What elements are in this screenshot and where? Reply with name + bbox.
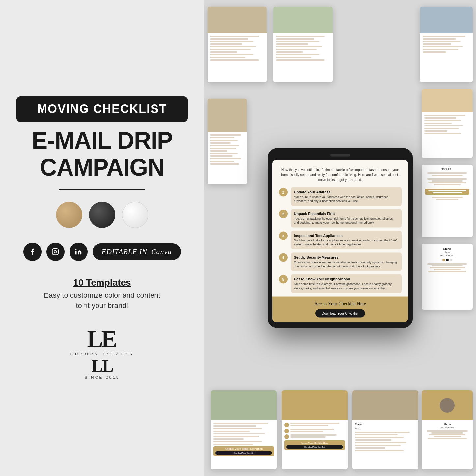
template-card-right-middle bbox=[422, 89, 473, 158]
campaign-title: CAMPAIGN bbox=[40, 155, 165, 179]
color-swatch-black bbox=[89, 202, 115, 228]
item-title-4: Set Up Security Measures bbox=[294, 255, 398, 259]
ipad-mockup: Now that you've settled in, it's time to… bbox=[268, 148, 413, 328]
item-number-1: 1 bbox=[279, 188, 288, 196]
item-title-3: Inspect and Test Appliances bbox=[294, 233, 398, 237]
template-card-bottom-right: Maria Paez bbox=[352, 390, 418, 469]
svg-rect-0 bbox=[52, 249, 58, 255]
main-container: MOVING CHECKLIST E-MAIL DRIP CAMPAIGN bbox=[0, 0, 476, 476]
template-card-bottom-far-right: Maria Real Estate Inc. bbox=[422, 390, 473, 469]
logo-le: L E bbox=[70, 327, 134, 351]
item-number-4: 4 bbox=[279, 253, 288, 262]
item-box-4: Set Up Security Measures Ensure your hom… bbox=[291, 253, 402, 271]
item-number-2: 2 bbox=[279, 210, 288, 218]
item-box-5: Get to Know Your Neighborhood Take some … bbox=[291, 274, 402, 293]
facebook-icon[interactable] bbox=[23, 243, 42, 261]
template-card-bottom-middle: Access Your Checklist Here Download Your… bbox=[282, 390, 348, 469]
ipad-screen: Now that you've settled in, it's time to… bbox=[272, 160, 408, 322]
template-card-top-middle bbox=[273, 7, 333, 82]
template-card-left-middle bbox=[208, 99, 247, 184]
color-swatch-white bbox=[122, 202, 148, 228]
instagram-icon[interactable] bbox=[46, 243, 65, 261]
color-swatch-gold bbox=[56, 202, 82, 228]
cta-download-button[interactable]: Download Your Checklist bbox=[315, 309, 365, 318]
left-panel: MOVING CHECKLIST E-MAIL DRIP CAMPAIGN bbox=[0, 0, 204, 476]
ipad-camera bbox=[330, 154, 350, 156]
logo-letter-e: E bbox=[101, 327, 117, 351]
editable-label: EDITABLE IN bbox=[102, 247, 147, 256]
linkedin-icon[interactable] bbox=[70, 243, 88, 261]
ipad-frame: Now that you've settled in, it's time to… bbox=[268, 148, 413, 328]
item-title-2: Unpack Essentials First bbox=[294, 211, 398, 215]
svg-point-2 bbox=[57, 250, 57, 250]
item-box-2: Unpack Essentials First Focus on unpacki… bbox=[291, 209, 402, 227]
item-number-3: 3 bbox=[279, 231, 288, 240]
item-desc-1: Make sure to update your address with th… bbox=[294, 195, 398, 203]
item-title-5: Get to Know Your Neighborhood bbox=[294, 277, 398, 281]
svg-point-1 bbox=[54, 251, 56, 253]
cta-title: Access Your Checklist Here bbox=[279, 301, 402, 307]
template-card-right-profile: THE RI... bbox=[422, 165, 473, 237]
logo-ll: LL bbox=[70, 357, 134, 375]
color-circles bbox=[56, 202, 148, 228]
template-card-top-right bbox=[420, 7, 473, 82]
checklist-item-2: 2 Unpack Essentials First Focus on unpac… bbox=[279, 209, 402, 227]
logo-since: SINCE 2019 bbox=[70, 375, 134, 380]
checklist-item-1: 1 Update Your Address Make sure to updat… bbox=[279, 187, 402, 206]
right-panel: THE RI... Maria Paez Real Estate I bbox=[204, 0, 476, 476]
template-card-bottom-left: ACCESS YOUR CHECKLIST HERE Download Your… bbox=[211, 390, 277, 469]
logo-name: LUXURY ESTATES bbox=[70, 351, 134, 357]
moving-checklist-badge: MOVING CHECKLIST bbox=[16, 96, 188, 122]
template-card-top-left bbox=[208, 7, 267, 82]
item-number-5: 5 bbox=[279, 275, 288, 284]
email-drip-title: E-MAIL DRIP bbox=[32, 128, 173, 152]
logo-section: L E LUXURY ESTATES LL SINCE 2019 bbox=[70, 327, 134, 380]
ipad-intro-text: Now that you've settled in, it's time to… bbox=[279, 167, 402, 182]
item-desc-3: Double-check that all your appliances ar… bbox=[294, 238, 398, 246]
templates-count: 10 Templates bbox=[44, 277, 160, 288]
social-row: EDITABLE IN Canva bbox=[23, 243, 181, 261]
item-box-1: Update Your Address Make sure to update … bbox=[291, 187, 402, 206]
item-desc-2: Focus on unpacking the essential items f… bbox=[294, 216, 398, 225]
item-box-3: Inspect and Test Appliances Double-check… bbox=[291, 231, 402, 249]
item-title-1: Update Your Address bbox=[294, 190, 398, 194]
templates-section: 10 Templates Easy to customize color and… bbox=[44, 277, 160, 311]
canva-badge: EDITABLE IN Canva bbox=[93, 243, 181, 260]
item-desc-4: Ensure your home is secure by installing… bbox=[294, 260, 398, 268]
template-card-right-name: Maria Paez Real Estate Inc. bbox=[422, 244, 473, 310]
checklist-item-4: 4 Set Up Security Measures Ensure your h… bbox=[279, 253, 402, 271]
templates-desc: Easy to customize color and content to f… bbox=[44, 291, 160, 311]
svg-rect-3 bbox=[75, 251, 77, 254]
logo-letter-l: L bbox=[87, 327, 103, 351]
cta-section: Access Your Checklist Here Download Your… bbox=[272, 297, 408, 322]
canva-label: Canva bbox=[151, 247, 172, 256]
svg-point-4 bbox=[75, 249, 77, 250]
item-desc-5: Take some time to explore your new neigh… bbox=[294, 282, 398, 290]
ipad-content: Now that you've settled in, it's time to… bbox=[272, 160, 408, 293]
divider-line bbox=[59, 189, 145, 190]
checklist-item-3: 3 Inspect and Test Appliances Double-che… bbox=[279, 231, 402, 249]
checklist-item-5: 5 Get to Know Your Neighborhood Take som… bbox=[279, 274, 402, 293]
